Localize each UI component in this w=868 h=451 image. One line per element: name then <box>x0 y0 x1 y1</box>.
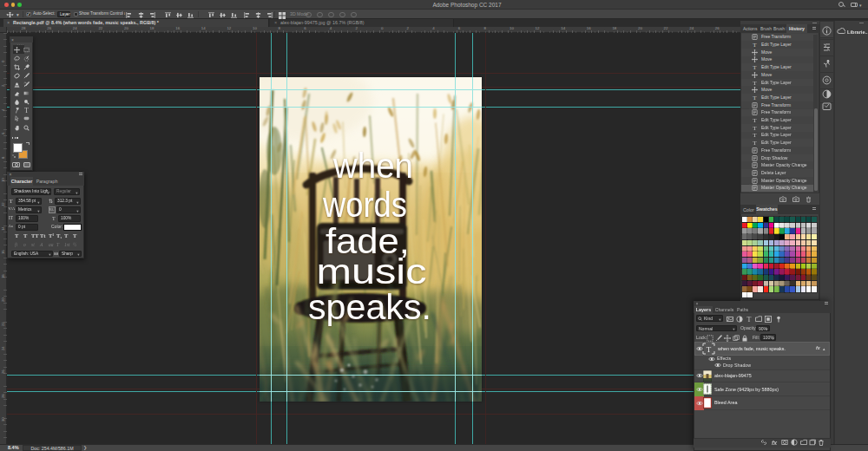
svg-text:T: T <box>707 344 712 353</box>
svg-text:T: T <box>753 95 757 101</box>
svg-text:T: T <box>753 140 757 146</box>
svg-text:words: words <box>322 185 407 225</box>
svg-text:T: T <box>753 80 757 86</box>
svg-text:T: T <box>753 117 757 123</box>
svg-text:T: T <box>753 64 757 70</box>
svg-text:T: T <box>753 125 757 131</box>
svg-text:speaks.: speaks. <box>308 287 431 327</box>
svg-text:music: music <box>317 252 427 291</box>
svg-text:when: when <box>332 146 413 186</box>
svg-text:fx: fx <box>772 440 778 446</box>
svg-text:T: T <box>753 133 757 139</box>
svg-text:T: T <box>24 108 29 114</box>
svg-text:T: T <box>753 42 757 48</box>
svg-text:T: T <box>747 316 752 323</box>
